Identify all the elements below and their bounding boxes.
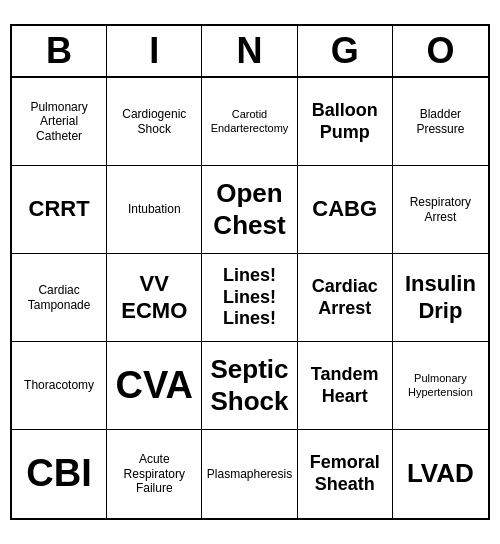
header-letter: G bbox=[298, 26, 393, 76]
bingo-cell[interactable]: CABG bbox=[298, 166, 393, 254]
bingo-header: BINGO bbox=[12, 26, 488, 78]
bingo-cell[interactable]: Plasmapheresis bbox=[202, 430, 297, 518]
bingo-cell[interactable]: VVECMO bbox=[107, 254, 202, 342]
header-letter: O bbox=[393, 26, 488, 76]
bingo-cell[interactable]: BladderPressure bbox=[393, 78, 488, 166]
bingo-cell[interactable]: CRRT bbox=[12, 166, 107, 254]
bingo-cell[interactable]: OpenChest bbox=[202, 166, 297, 254]
bingo-cell[interactable]: CarotidEndarterectomy bbox=[202, 78, 297, 166]
header-letter: B bbox=[12, 26, 107, 76]
bingo-cell[interactable]: FemoralSheath bbox=[298, 430, 393, 518]
bingo-card: BINGO PulmonaryArterialCatheterCardiogen… bbox=[10, 24, 490, 520]
bingo-cell[interactable]: TandemHeart bbox=[298, 342, 393, 430]
bingo-cell[interactable]: CVA bbox=[107, 342, 202, 430]
bingo-cell[interactable]: SepticShock bbox=[202, 342, 297, 430]
bingo-cell[interactable]: Intubation bbox=[107, 166, 202, 254]
header-letter: N bbox=[202, 26, 297, 76]
bingo-grid: PulmonaryArterialCatheterCardiogenicShoc… bbox=[12, 78, 488, 518]
bingo-cell[interactable]: LVAD bbox=[393, 430, 488, 518]
bingo-cell[interactable]: BalloonPump bbox=[298, 78, 393, 166]
bingo-cell[interactable]: CBI bbox=[12, 430, 107, 518]
bingo-cell[interactable]: CardiogenicShock bbox=[107, 78, 202, 166]
bingo-cell[interactable]: RespiratoryArrest bbox=[393, 166, 488, 254]
bingo-cell[interactable]: Thoracotomy bbox=[12, 342, 107, 430]
bingo-cell[interactable]: PulmonaryArterialCatheter bbox=[12, 78, 107, 166]
bingo-cell[interactable]: CardiacArrest bbox=[298, 254, 393, 342]
header-letter: I bbox=[107, 26, 202, 76]
bingo-cell[interactable]: PulmonaryHypertension bbox=[393, 342, 488, 430]
bingo-cell[interactable]: CardiacTamponade bbox=[12, 254, 107, 342]
bingo-cell[interactable]: AcuteRespiratoryFailure bbox=[107, 430, 202, 518]
bingo-cell[interactable]: InsulinDrip bbox=[393, 254, 488, 342]
bingo-cell[interactable]: Lines!Lines!Lines! bbox=[202, 254, 297, 342]
